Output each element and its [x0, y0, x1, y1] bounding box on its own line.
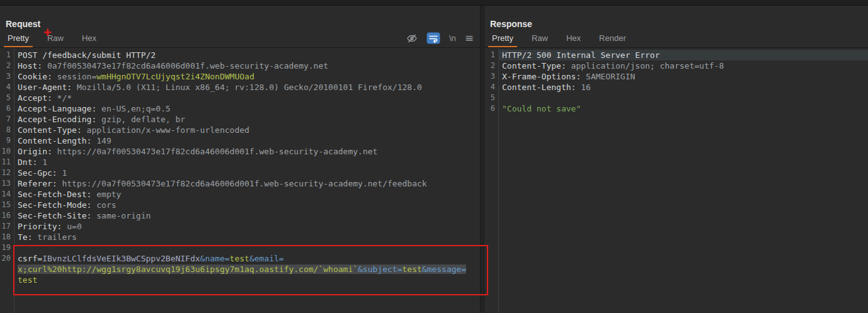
code-segment: Content-Type: — [18, 125, 82, 135]
code-segment: Content-Length: — [502, 83, 576, 92]
code-line: 2Host: 0a7f00530473e17f82cd6a46006d001f.… — [0, 60, 480, 71]
code-line: 14Sec-Fetch-Dest: empty — [0, 189, 480, 200]
code-segment: https://0a7f00530473e17f82cd6a46006d001f… — [57, 179, 427, 188]
code-segment: trailers — [32, 232, 76, 242]
code-segment: Te: — [18, 232, 32, 242]
code-segment: Cookie: — [18, 72, 52, 81]
tab-hex[interactable]: Hex — [562, 33, 585, 47]
line-number: 10 — [0, 146, 14, 157]
show-newlines-icon[interactable]: \n — [449, 33, 456, 43]
code-segment: &subject= — [358, 265, 402, 274]
code-line: 9Content-Length: 149 — [0, 135, 480, 146]
code-segment: x;curl%20http://wgg1srgy8avcuvq19j63u6ip… — [18, 265, 358, 274]
code-segment: wmHHgnOTV7LcUjyqst2i4ZNonDWMUOad — [96, 72, 254, 81]
code-segment: Sec-Fetch-Site: — [18, 211, 91, 220]
line-number — [0, 275, 14, 285]
tab-hex[interactable]: Hex — [78, 33, 100, 47]
code-segment: Host: — [18, 61, 42, 71]
hide-eye-icon[interactable] — [406, 33, 418, 43]
code-line: 16Sec-Fetch-Site: same-origin — [0, 210, 480, 221]
code-segment: "Could not save" — [502, 104, 581, 113]
line-number: 7 — [0, 114, 14, 125]
code-line: 5 — [484, 93, 868, 103]
line-number — [0, 264, 14, 275]
code-segment: POST /feedback/submit HTTP/2 — [18, 50, 156, 60]
code-segment: application/x-www-form-urlencoded — [82, 125, 249, 135]
line-number: 2 — [484, 60, 498, 71]
code-segment: X-Frame-Options: — [502, 72, 581, 81]
code-line: 13Referer: https://0a7f00530473e17f82cd6… — [0, 178, 480, 189]
tab-raw[interactable]: Raw — [43, 33, 67, 47]
code-segment: 1 — [57, 168, 67, 178]
code-segment: Content-Length: — [18, 136, 91, 145]
tab-pretty[interactable]: Pretty — [488, 33, 517, 47]
code-segment: Referer: — [18, 179, 57, 188]
line-number: 18 — [0, 232, 14, 242]
code-segment: User-Agent: — [18, 83, 72, 92]
tab-pretty[interactable]: Pretty — [4, 33, 33, 47]
line-number: 1 — [484, 50, 498, 60]
response-tabbar: PrettyRawHexRender — [484, 30, 868, 48]
code-segment: test — [403, 265, 422, 274]
code-line: 6"Could not save" — [484, 103, 868, 114]
line-number: 16 — [0, 210, 14, 221]
code-segment: */* — [52, 93, 72, 103]
code-segment: cors — [91, 200, 116, 210]
response-editor[interactable]: 1HTTP/2 500 Internal Server Error2Conten… — [484, 48, 868, 312]
code-segment: en-US,en;q=0.5 — [96, 104, 170, 113]
code-segment: same-origin — [91, 211, 151, 220]
editor-menu-icon[interactable]: ≡ — [465, 34, 474, 42]
response-panel-title: Response — [490, 19, 532, 29]
code-line: 4User-Agent: Mozilla/5.0 (X11; Linux x86… — [0, 82, 480, 93]
line-number: 6 — [484, 103, 498, 114]
code-segment: SAMEORIGIN — [581, 72, 635, 81]
line-number: 5 — [484, 93, 498, 103]
code-segment: csrf= — [18, 254, 42, 263]
code-segment: test — [18, 275, 37, 285]
code-line: 18Te: trailers — [0, 232, 480, 242]
code-segment: 1 — [37, 157, 47, 167]
line-number: 4 — [0, 82, 14, 93]
request-panel-header: Request PrettyRawHex — [0, 6, 480, 48]
code-segment: 16 — [576, 83, 590, 92]
code-segment: application/json; charset=utf-8 — [566, 61, 724, 71]
code-segment: Priority: — [18, 222, 62, 231]
response-panel: Response PrettyRawHexRender 1HTTP/2 500 … — [484, 6, 868, 312]
code-segment: HTTP/2 500 Internal Server Error — [502, 50, 660, 60]
code-segment: empty — [91, 190, 121, 199]
code-line: 11Dnt: 1 — [0, 157, 480, 168]
line-number: 5 — [0, 93, 14, 103]
response-panel-header: Response PrettyRawHexRender — [484, 6, 868, 48]
code-line: 8Content-Type: application/x-www-form-ur… — [0, 125, 480, 135]
line-number: 3 — [0, 71, 14, 82]
line-number: 17 — [0, 221, 14, 232]
code-segment: test — [230, 254, 249, 263]
code-segment: &name= — [200, 254, 230, 263]
code-line: 12Sec-Gpc: 1 — [0, 168, 480, 178]
line-number: 11 — [0, 157, 14, 168]
panel-divider[interactable] — [480, 6, 484, 312]
request-tabbar: PrettyRawHex — [0, 30, 480, 48]
code-line: 1HTTP/2 500 Internal Server Error — [484, 50, 868, 60]
request-editor[interactable]: 1POST /feedback/submit HTTP/22Host: 0a7f… — [0, 48, 480, 312]
line-number: 4 — [484, 82, 498, 93]
code-segment: Content-Type: — [502, 61, 566, 71]
tab-raw[interactable]: Raw — [528, 33, 552, 47]
code-line: 3X-Frame-Options: SAMEORIGIN — [484, 71, 868, 82]
line-number: 13 — [0, 178, 14, 189]
line-number: 6 — [0, 103, 14, 114]
code-line: 10Origin: https://0a7f00530473e17f82cd6a… — [0, 146, 480, 157]
code-line: 7Accept-Encoding: gzip, deflate, br — [0, 114, 480, 125]
tab-render[interactable]: Render — [595, 33, 630, 47]
code-segment: https://0a7f00530473e17f82cd6a46006d001f… — [52, 147, 378, 156]
line-number: 15 — [0, 200, 14, 210]
code-segment: Accept: — [18, 93, 52, 103]
soft-wrap-toggle-icon[interactable] — [426, 32, 440, 44]
code-segment: 149 — [91, 136, 111, 145]
code-line: 2Content-Type: application/json; charset… — [484, 60, 868, 71]
code-segment: Accept-Encoding: — [18, 115, 96, 124]
line-number: 20 — [0, 253, 14, 264]
request-panel-title: Request — [6, 19, 40, 29]
line-number: 12 — [0, 168, 14, 178]
code-line: test — [0, 275, 480, 285]
